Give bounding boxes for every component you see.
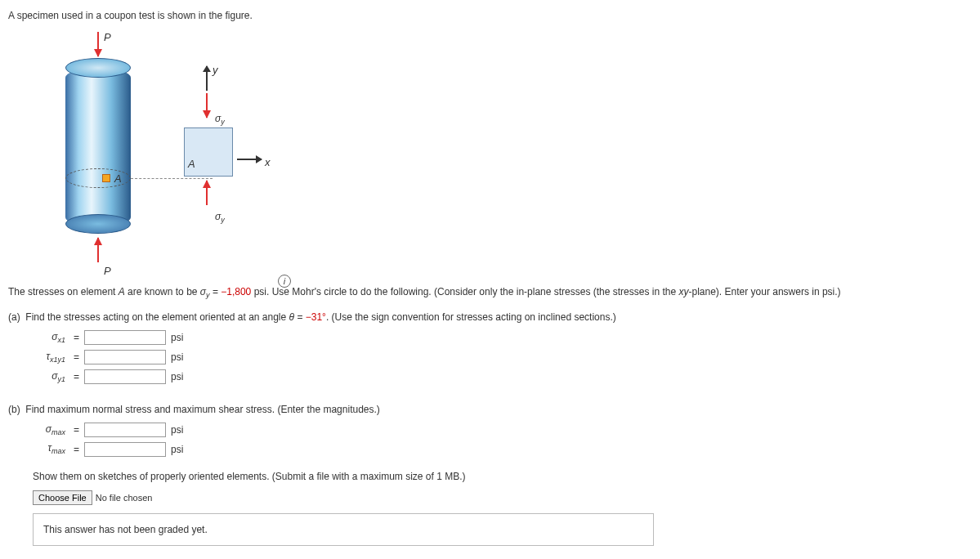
cylinder: A: [65, 58, 131, 234]
point-a-marker: [102, 174, 110, 182]
sigma-y-arrow-bottom: [206, 181, 208, 205]
choose-file-button[interactable]: Choose File: [33, 490, 92, 505]
equals: =: [74, 423, 79, 437]
sigma-y-label-bottom: σy: [215, 209, 225, 226]
force-label-top: P: [104, 29, 111, 46]
y-axis-label: y: [213, 62, 218, 78]
leader-line: [131, 178, 213, 179]
tau-x1y1-input[interactable]: [84, 350, 166, 364]
var-label: σmax: [33, 422, 65, 439]
unit-label: psi: [171, 330, 183, 345]
input-row-sigma-x1: σx1 = psi: [33, 329, 972, 347]
var-label: τx1y1: [33, 349, 65, 366]
input-row-tau-x1y1: τx1y1 = psi: [33, 349, 972, 366]
var-label: τmax: [33, 440, 65, 458]
input-row-sigma-y1: σy1 = psi: [33, 369, 972, 386]
force-arrow-top: [97, 32, 99, 56]
force-label-bottom: P: [104, 263, 111, 280]
equals: =: [74, 350, 79, 364]
grade-note-box: This answer has not been graded yet.: [33, 513, 654, 546]
problem-statement: The stresses on element A are known to b…: [8, 284, 972, 302]
x-axis-label: x: [265, 154, 271, 171]
unit-label: psi: [171, 369, 183, 384]
equals: =: [74, 442, 79, 457]
element-a-label: A: [188, 156, 195, 172]
input-row-sigma-max: σmax = psi: [33, 422, 972, 439]
point-a-label: A: [114, 171, 122, 187]
unit-label: psi: [171, 350, 183, 364]
equals: =: [74, 330, 79, 345]
figure: A P P A y x σy σy i: [57, 29, 335, 275]
unit-label: psi: [171, 423, 183, 437]
sigma-y1-input[interactable]: [84, 369, 166, 384]
sigma-max-input[interactable]: [84, 423, 166, 437]
sketch-prompt: Show them on sketches of properly orient…: [33, 469, 972, 484]
part-b-prompt: (b) Find maximum normal stress and maxim…: [8, 402, 972, 417]
part-a-prompt: (a) Find the stresses acting on the elem…: [8, 310, 972, 324]
sigma-y-arrow-top: [206, 93, 208, 118]
cylinder-body: [65, 68, 131, 227]
no-file-chosen-text: No file chosen: [96, 491, 153, 505]
unit-label: psi: [171, 442, 183, 457]
force-arrow-bottom: [97, 238, 99, 262]
y-axis-arrow: [206, 66, 208, 91]
file-upload-row: Choose File No file chosen: [33, 490, 972, 505]
info-icon[interactable]: i: [278, 275, 291, 288]
cylinder-bottom: [65, 214, 131, 234]
sigma-y-label-top: σy: [215, 111, 225, 128]
var-label: σy1: [33, 369, 65, 386]
sigma-x1-input[interactable]: [84, 330, 166, 345]
var-label: σx1: [33, 329, 65, 347]
equals: =: [74, 369, 79, 384]
cylinder-top: [65, 58, 131, 78]
intro-text: A specimen used in a coupon test is show…: [8, 8, 972, 23]
tau-max-input[interactable]: [84, 442, 166, 457]
input-row-tau-max: τmax = psi: [33, 440, 972, 458]
x-axis-arrow: [237, 159, 262, 160]
